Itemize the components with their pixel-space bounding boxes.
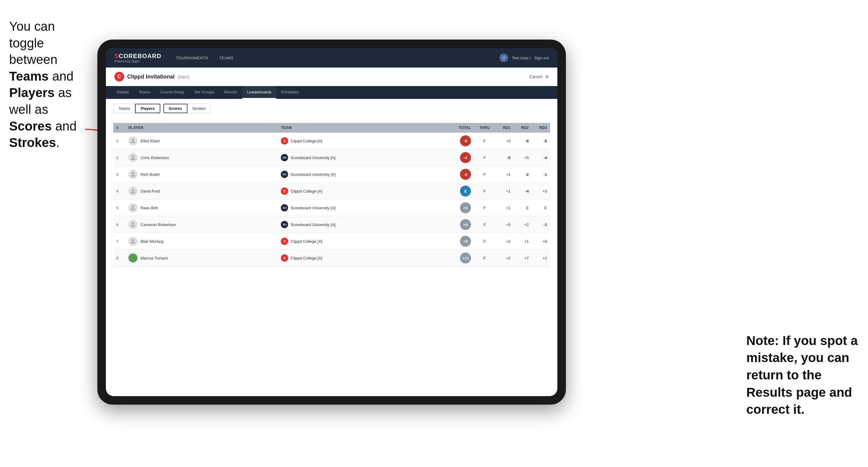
team-name: Scoreboard University [A] — [290, 155, 335, 160]
user-avatar-icon: U — [500, 54, 508, 62]
rank-cell: 5 — [113, 199, 125, 216]
player-cell: Elliot Ebert — [125, 133, 278, 149]
rank-cell: 2 — [113, 149, 125, 166]
tab-course-setup[interactable]: Course Setup — [155, 86, 189, 99]
player-avatar — [128, 203, 137, 212]
player-cell: Blair McHarg — [125, 233, 278, 250]
right-annotation: Note: If you spot a mistake, you can ret… — [746, 332, 859, 418]
tournament-name: Clippd Invitational — [127, 74, 175, 80]
thru-cell: F — [474, 216, 495, 233]
player-cell: Chris Robertson — [125, 149, 278, 166]
main-nav: TOURNAMENTS TEAMS — [171, 48, 500, 67]
rd3-cell: -1 — [532, 166, 550, 183]
toggle-scores-button[interactable]: Scores — [163, 104, 187, 113]
team-cell: SUScoreboard University [A] — [278, 149, 450, 166]
player-cell: Rees Britt — [125, 199, 278, 216]
col-rd2: RD2 — [514, 123, 532, 133]
logo-subtitle: Powered by clippd — [114, 60, 161, 63]
tab-teams[interactable]: Teams — [134, 86, 155, 99]
toggle-strokes-button[interactable]: Strokes — [187, 104, 211, 113]
logo-title: SCOREBOARD — [114, 53, 161, 59]
team-cell: CClippd College [A] — [278, 133, 450, 149]
tablet-frame: SCOREBOARD Powered by clippd TOURNAMENTS… — [97, 39, 566, 405]
rank-cell: 4 — [113, 183, 125, 199]
player-avatar — [128, 186, 137, 196]
total-cell: -2 — [450, 166, 474, 183]
thru-cell: F — [474, 250, 495, 267]
total-cell: -8 — [450, 133, 474, 149]
rd2-cell: -4 — [514, 183, 532, 199]
player-cell: Rich Butler — [125, 166, 278, 183]
rd3-cell: +2 — [532, 250, 550, 267]
rd2-cell: -2 — [514, 166, 532, 183]
rd1-cell: -5 — [495, 149, 514, 166]
cancel-x-icon: ✕ — [545, 74, 549, 80]
sign-out-link[interactable]: Sign out — [534, 56, 549, 60]
thru-cell: F — [474, 233, 495, 250]
team-cell: CClippd College [A] — [278, 233, 450, 250]
team-cell: SUScoreboard University [A] — [278, 216, 450, 233]
header-right: U Test User | Sign out — [500, 54, 549, 62]
total-cell: +1 — [450, 199, 474, 216]
rank-cell: 8 — [113, 250, 125, 267]
team-cell: SUScoreboard University [A] — [278, 166, 450, 183]
rd1-cell: +5 — [495, 216, 514, 233]
thru-cell: F — [474, 149, 495, 166]
rd1-cell: +2 — [495, 233, 514, 250]
rank-cell: 7 — [113, 233, 125, 250]
total-cell: +11 — [450, 250, 474, 267]
cancel-button[interactable]: Cancel ✕ — [529, 74, 549, 80]
rd1-cell: +1 — [495, 166, 514, 183]
tab-leaderboards[interactable]: Leaderboards — [242, 86, 276, 99]
rd3-cell: -4 — [532, 149, 550, 166]
rank-cell: 6 — [113, 216, 125, 233]
total-cell: -4 — [450, 149, 474, 166]
tab-results[interactable]: Results — [219, 86, 242, 99]
thru-cell: F — [474, 199, 495, 216]
team-cell: SUScoreboard University [A] — [278, 199, 450, 216]
score-badge: -2 — [460, 169, 471, 180]
team-logo-icon: C — [281, 187, 288, 195]
rank-cell: 1 — [113, 133, 125, 149]
rd1-cell: +2 — [495, 250, 514, 267]
player-name: Rees Britt — [141, 206, 158, 210]
team-name: Scoreboard University [A] — [290, 172, 335, 177]
col-rank: # — [113, 123, 125, 133]
team-logo-icon: SU — [281, 171, 288, 178]
score-badge: E — [460, 186, 471, 196]
rd2-cell: -6 — [514, 133, 532, 149]
nav-teams[interactable]: TEAMS — [214, 48, 238, 67]
rd3-cell: -1 — [532, 216, 550, 233]
toggle-players-button[interactable]: Players — [135, 104, 160, 113]
tab-printables[interactable]: Printables — [276, 86, 304, 99]
toggle-group: Teams Players Scores Strokes — [113, 104, 550, 118]
table-row: 8🌿Marcus TurnersCClippd College [A]+11F+… — [113, 250, 550, 267]
tab-details[interactable]: Details — [112, 86, 134, 99]
rd3-cell: E — [532, 199, 550, 216]
player-name: Marcus Turners — [141, 256, 168, 260]
total-cell: +6 — [450, 216, 474, 233]
tournament-title: C Clippd Invitational (Men) — [114, 72, 190, 82]
rd1-cell: +3 — [495, 133, 514, 149]
team-logo-icon: C — [281, 238, 288, 245]
col-total: TOTAL — [450, 123, 474, 133]
player-avatar — [128, 153, 137, 162]
player-cell: Cameron Robertson — [125, 216, 278, 233]
score-badge: +11 — [460, 252, 471, 263]
team-logo-icon: SU — [281, 154, 288, 161]
left-annotation: You can toggle between Teams and Players… — [9, 18, 91, 151]
leaderboard-table: # PLAYER TEAM TOTAL THRU RD1 RD2 RD3 1El… — [113, 123, 550, 267]
table-row: 4David FordCClippd College [A]EF+1-4+3 — [113, 183, 550, 199]
col-team: TEAM — [278, 123, 450, 133]
team-cell: CClippd College [A] — [278, 183, 450, 199]
rd2-cell: +1 — [514, 233, 532, 250]
nav-tournaments[interactable]: TOURNAMENTS — [171, 48, 213, 67]
tab-tee-groups[interactable]: Tee Groups — [189, 86, 219, 99]
table-row: 1Elliot EbertCClippd College [A]-8F+3-6-… — [113, 133, 550, 149]
player-avatar: 🌿 — [128, 253, 137, 262]
toggle-teams-button[interactable]: Teams — [113, 104, 135, 113]
header-user-text: Test User | — [512, 56, 531, 60]
team-name: Scoreboard University [A] — [290, 222, 335, 227]
player-avatar — [128, 237, 137, 246]
team-logo-icon: C — [281, 137, 288, 145]
